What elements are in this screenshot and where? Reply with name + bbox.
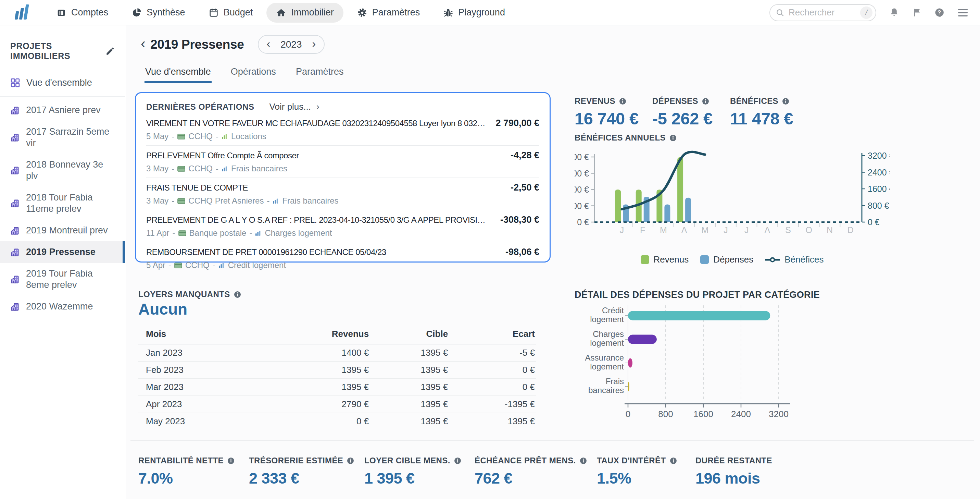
sidebar-item-2020-wazemme[interactable]: 2020 Wazemme xyxy=(0,296,125,317)
operation-row[interactable]: FRAIS TENUE DE COMPTE-2,50 € 3 May-CCHQ … xyxy=(146,178,539,210)
help-icon[interactable]: ? xyxy=(934,8,944,18)
svg-text:bancaires: bancaires xyxy=(588,386,624,395)
nav-item-budget[interactable]: Budget xyxy=(199,3,262,22)
operation-row[interactable]: VIREMENT EN VOTRE FAVEUR MC ECHAFAUDAGE … xyxy=(146,113,539,146)
year-prev-icon[interactable]: ‹ xyxy=(267,39,270,50)
sidebar-item-2019-montreuil-prev[interactable]: 2019 Montreuil prev xyxy=(0,220,125,241)
svg-text:Assurance: Assurance xyxy=(585,353,624,362)
sidebar: PROJETS IMMOBILIERS Vue d'ensemble 2017 … xyxy=(0,26,125,499)
table-row: Jan 20231400 €1395 €-5 € xyxy=(138,344,536,362)
bars-blue-icon xyxy=(255,230,262,236)
svg-text:A: A xyxy=(765,225,770,235)
divider xyxy=(0,96,125,97)
svg-text:Crédit: Crédit xyxy=(602,306,624,315)
see-more-link[interactable]: Voir plus... › xyxy=(269,102,320,112)
svg-text:3200: 3200 xyxy=(769,409,789,419)
info-icon[interactable] xyxy=(580,457,587,464)
app-logo-icon[interactable] xyxy=(12,4,31,22)
info-icon[interactable] xyxy=(670,134,677,142)
nav-item-immobilier[interactable]: Immobilier xyxy=(266,3,344,22)
sidebar-item-2017-sarrazin-5eme-vir[interactable]: 2017 Sarrazin 5eme vir xyxy=(0,121,125,154)
sidebar-item-2019-tour-fabia-8eme-prelev[interactable]: 2019 Tour Fabia 8eme prelev xyxy=(0,263,125,296)
last-operations-card: DERNIÈRES OPÉRATIONS Voir plus... › VIRE… xyxy=(135,92,550,263)
back-chevron-icon[interactable]: ‹ xyxy=(141,37,150,53)
search-input[interactable] xyxy=(789,7,856,18)
info-icon[interactable] xyxy=(670,457,677,464)
nav-item-comptes[interactable]: Comptes xyxy=(46,3,118,22)
rents-table: MoisRevenusCibleEcart Jan 20231400 €1395… xyxy=(138,325,536,430)
tab-operations[interactable]: Opérations xyxy=(231,67,276,83)
nav-item-synthese[interactable]: Synthèse xyxy=(122,3,195,22)
svg-text:logement: logement xyxy=(590,315,624,324)
info-icon[interactable] xyxy=(619,98,626,105)
table-header: Mois xyxy=(138,325,265,344)
sidebar-item-2017-asniere-prev[interactable]: 2017 Asniere prev xyxy=(0,99,125,121)
card-icon xyxy=(178,230,186,236)
search-box[interactable]: / xyxy=(769,4,876,21)
stat-2: LOYER CIBLE MENS. 1 395 € xyxy=(364,456,474,487)
info-icon[interactable] xyxy=(234,291,241,298)
legend-revenus[interactable]: Revenus xyxy=(641,254,689,265)
year-selector: ‹ 2023 › xyxy=(258,35,325,54)
building-icon xyxy=(10,132,20,142)
svg-text:0: 0 xyxy=(625,409,630,419)
expenses-chart-title: DÉTAIL DES DÉPENSES DU PROJET PAR CATÉGO… xyxy=(574,290,820,300)
operation-row[interactable]: PRELEVEMENT DE G A L Y O S.A REF : PREL.… xyxy=(146,210,539,242)
building-icon xyxy=(10,302,20,311)
grid-icon xyxy=(10,78,20,88)
annual-benefits-chart: 0 €700 €1400 €2100 €2800 €0 €800 €1600 €… xyxy=(574,147,889,250)
nav-item-playground[interactable]: Playground xyxy=(433,3,515,22)
sidebar-item-2019-pressense[interactable]: 2019 Pressense xyxy=(0,241,125,263)
svg-text:800: 800 xyxy=(658,409,673,419)
tab-parametres[interactable]: Paramètres xyxy=(296,67,344,83)
menu-icon[interactable] xyxy=(958,8,968,17)
svg-text:?: ? xyxy=(937,9,941,16)
search-shortcut-badge: / xyxy=(860,6,872,19)
operations-list: VIREMENT EN VOTRE FAVEUR MC ECHAFAUDAGE … xyxy=(146,113,539,274)
topnav-items: ComptesSynthèseBudgetImmobilierParamètre… xyxy=(46,3,515,22)
bug-icon xyxy=(443,8,453,18)
flag-icon[interactable] xyxy=(912,8,921,17)
sidebar-item-2018-tour-fabia-11eme-prelev[interactable]: 2018 Tour Fabia 11eme prelev xyxy=(0,187,125,220)
svg-text:F: F xyxy=(640,225,645,235)
missing-rents-label: LOYERS MANQUANTS xyxy=(138,290,241,299)
bars-blue-icon xyxy=(218,263,225,268)
operations-title: DERNIÈRES OPÉRATIONS xyxy=(146,102,255,112)
legend-depenses[interactable]: Dépenses xyxy=(700,254,753,265)
operation-row[interactable]: REMBOURSEMENT DE PRET 00001961290 ECHEAN… xyxy=(146,242,539,274)
main-content: ‹ 2019 Pressense ‹ 2023 › Vue d'ensemble… xyxy=(126,26,980,499)
tab-vue-densemble[interactable]: Vue d'ensemble xyxy=(145,67,211,83)
info-icon[interactable] xyxy=(347,457,354,464)
info-icon[interactable] xyxy=(228,457,235,464)
stat-5: DURÉE RESTANTE 196 mois xyxy=(695,456,772,487)
svg-text:1400 €: 1400 € xyxy=(574,185,589,194)
nav-item-parametres[interactable]: Paramètres xyxy=(348,3,430,22)
chevron-right-icon: › xyxy=(317,102,320,112)
table-row: May 20230 €1395 €1395 € xyxy=(138,413,536,430)
operation-row[interactable]: PRELEVEMENT Offre Compte Ã composer-4,28… xyxy=(146,146,539,178)
bars-blue-icon xyxy=(272,198,279,204)
building-icon xyxy=(10,198,20,208)
sidebar-overview-label: Vue d'ensemble xyxy=(26,77,92,88)
legend-benefices[interactable]: Bénéfices xyxy=(765,254,824,265)
table-header: Cible xyxy=(370,325,449,344)
rents-table-body: Jan 20231400 €1395 €-5 €Feb 20231395 €13… xyxy=(138,344,536,430)
svg-text:700 €: 700 € xyxy=(574,201,589,211)
bell-icon[interactable] xyxy=(889,8,899,18)
info-icon[interactable] xyxy=(782,98,789,105)
year-next-icon[interactable]: › xyxy=(312,39,316,50)
sidebar-item-overview[interactable]: Vue d'ensemble xyxy=(0,72,125,94)
pie-icon xyxy=(132,8,142,18)
info-icon[interactable] xyxy=(454,457,461,464)
sidebar-item-2018-bonnevay-3e-plv[interactable]: 2018 Bonnevay 3e plv xyxy=(0,154,125,187)
edit-pencil-icon[interactable] xyxy=(105,46,115,56)
svg-text:1600 €: 1600 € xyxy=(868,184,889,194)
divider xyxy=(130,440,974,441)
bottom-stats-row: RENTABILITÉ NETTE 7.0% TRÉSORERIE ESTIMÉ… xyxy=(138,456,977,487)
svg-text:D: D xyxy=(848,225,854,235)
svg-text:3200 €: 3200 € xyxy=(868,151,889,160)
svg-text:S: S xyxy=(785,225,791,235)
svg-text:logement: logement xyxy=(590,338,624,348)
info-icon[interactable] xyxy=(702,98,709,105)
svg-text:A: A xyxy=(681,225,687,235)
